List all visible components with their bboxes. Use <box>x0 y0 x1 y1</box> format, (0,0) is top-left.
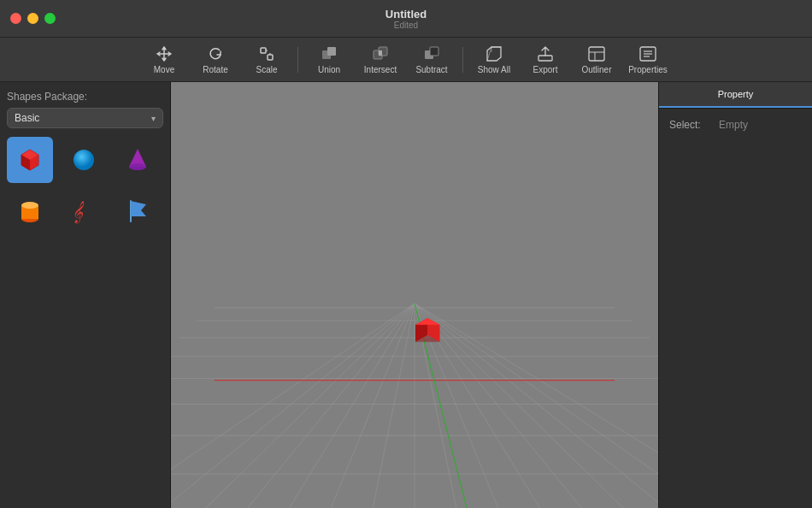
subtract-button[interactable]: Subtract <box>408 41 456 79</box>
shape-item-torus[interactable]: 𝄞 <box>61 188 107 234</box>
app-title-subtitle: Edited <box>394 21 418 30</box>
shapes-package-label: Shapes Package: <box>7 91 163 103</box>
toolbar: Move Rotate Scale Uni <box>0 38 812 82</box>
show-all-button[interactable]: Show All <box>470 41 518 79</box>
tab-property[interactable]: Property <box>659 82 812 108</box>
svg-point-27 <box>21 202 38 209</box>
intersect-button[interactable]: Intersect <box>356 41 404 79</box>
app-title: Untitled Edited <box>385 8 427 30</box>
svg-rect-8 <box>430 47 438 56</box>
properties-label: Properties <box>628 65 668 74</box>
show-all-label: Show All <box>478 65 510 74</box>
toolbar-separator-1 <box>297 47 298 73</box>
cone-shape-icon <box>122 145 153 175</box>
show-all-icon <box>485 44 503 63</box>
shape-item-sphere[interactable] <box>61 137 107 183</box>
union-label: Union <box>318 65 340 74</box>
chevron-down-icon: ▾ <box>151 114 156 123</box>
export-button[interactable]: Export <box>521 41 569 79</box>
export-icon <box>536 44 555 63</box>
svg-point-24 <box>129 163 146 170</box>
cube-shape-icon <box>15 145 45 175</box>
shapes-grid: 𝄞 <box>7 137 163 234</box>
select-label: Select: <box>669 119 712 131</box>
svg-rect-10 <box>589 47 604 61</box>
intersect-label: Intersect <box>364 65 397 74</box>
traffic-lights <box>10 13 56 24</box>
titlebar: Untitled Edited <box>0 0 812 38</box>
close-button[interactable] <box>10 13 21 24</box>
move-label: Move <box>154 65 174 74</box>
properties-button[interactable]: Properties <box>624 41 672 79</box>
move-tool-button[interactable]: Move <box>140 41 188 79</box>
subtract-label: Subtract <box>415 65 447 74</box>
select-value: Empty <box>719 119 748 131</box>
app-title-name: Untitled <box>385 8 427 21</box>
scale-tool-button[interactable]: Scale <box>243 41 291 79</box>
property-section: Select: Empty <box>659 109 812 148</box>
svg-rect-1 <box>268 55 273 60</box>
rotate-label: Rotate <box>203 65 227 74</box>
move-icon <box>155 44 174 63</box>
sphere-shape-icon <box>68 145 99 175</box>
cylinder-shape-icon <box>15 196 45 227</box>
scale-icon <box>257 44 276 63</box>
left-panel: Shapes Package: Basic ▾ <box>0 82 171 508</box>
shape-item-cylinder[interactable] <box>7 188 53 234</box>
flag-shape-icon <box>122 196 153 227</box>
rotate-tool-button[interactable]: Rotate <box>191 41 239 79</box>
outliner-button[interactable]: Outliner <box>573 41 621 79</box>
shapes-dropdown-value: Basic <box>15 112 39 124</box>
shape-item-flag[interactable] <box>115 188 161 234</box>
svg-rect-6 <box>379 50 382 56</box>
scale-label: Scale <box>256 65 277 74</box>
shape-item-cone[interactable] <box>115 137 161 183</box>
svg-text:𝄞: 𝄞 <box>72 201 85 224</box>
union-icon <box>320 44 338 63</box>
outliner-label: Outliner <box>581 65 611 74</box>
properties-icon <box>638 44 657 63</box>
subtract-icon <box>422 44 441 63</box>
union-button[interactable]: Union <box>305 41 353 79</box>
torus-shape-icon: 𝄞 <box>68 196 99 227</box>
right-panel: Property Select: Empty <box>658 82 812 508</box>
shapes-dropdown[interactable]: Basic ▾ <box>7 108 163 128</box>
panel-tabs: Property <box>659 82 812 109</box>
svg-rect-0 <box>261 48 266 53</box>
outliner-icon <box>587 44 606 63</box>
main-content: Shapes Package: Basic ▾ <box>0 82 812 508</box>
toolbar-separator-2 <box>462 47 463 73</box>
svg-rect-3 <box>327 47 336 56</box>
property-select-row: Select: Empty <box>669 119 802 131</box>
minimize-button[interactable] <box>27 13 38 24</box>
intersect-icon <box>371 44 390 63</box>
shape-item-cube[interactable] <box>7 137 53 183</box>
tab-property-label: Property <box>718 89 754 99</box>
canvas-area[interactable] <box>171 82 658 508</box>
maximize-button[interactable] <box>44 13 56 24</box>
rotate-icon <box>206 44 225 63</box>
svg-rect-9 <box>538 56 552 61</box>
3d-viewport <box>171 82 658 508</box>
export-label: Export <box>533 65 558 74</box>
svg-point-21 <box>74 150 94 170</box>
